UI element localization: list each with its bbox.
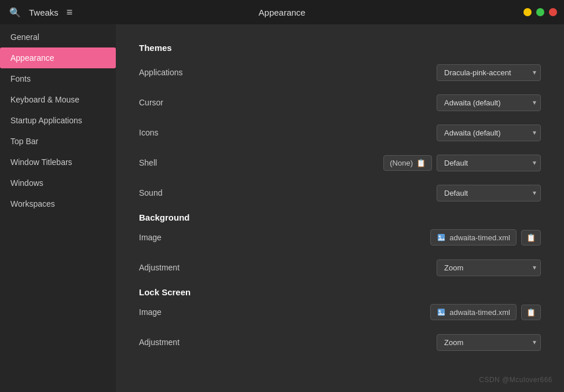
applications-row: Applications Dracula-pink-accent <box>139 62 541 83</box>
ls-adjustment-control: Zoom <box>437 334 541 351</box>
ls-image-copy-button[interactable]: 📋 <box>521 305 541 320</box>
ls-adjustment-row: Adjustment Zoom <box>139 332 541 353</box>
shell-row: Shell (None) 📋 Default <box>139 152 541 173</box>
main-layout: General Appearance Fonts Keyboard & Mous… <box>0 24 564 392</box>
bg-image-row: Image adwaita-timed.xml 📋 <box>139 227 541 248</box>
lock-screen-section-title: Lock Screen <box>139 287 541 297</box>
sidebar-item-keyboard-mouse[interactable]: Keyboard & Mouse <box>0 89 116 110</box>
window-maximize-button[interactable] <box>536 8 544 16</box>
bg-image-filename: adwaita-timed.xml <box>449 233 510 242</box>
applications-control: Dracula-pink-accent <box>437 64 541 81</box>
sound-label: Sound <box>139 188 162 197</box>
bg-image-value: adwaita-timed.xml <box>430 229 517 246</box>
shell-copy-icon[interactable]: 📋 <box>416 159 426 167</box>
sidebar-item-workspaces[interactable]: Workspaces <box>0 193 116 214</box>
sidebar-item-window-titlebars[interactable]: Window Titlebars <box>0 152 116 173</box>
sidebar: General Appearance Fonts Keyboard & Mous… <box>0 24 116 392</box>
cursor-dropdown[interactable]: Adwaita (default) <box>437 94 541 111</box>
bg-adjustment-dropdown-wrapper: Zoom <box>437 259 541 276</box>
svg-point-4 <box>439 310 441 313</box>
titlebar-left: 🔍 Tweaks ≡ <box>7 4 75 21</box>
applications-dropdown-wrapper: Dracula-pink-accent <box>437 64 541 81</box>
shell-none-text: (None) <box>390 159 413 167</box>
icons-dropdown[interactable]: Adwaita (default) <box>437 124 541 141</box>
bg-image-control: adwaita-timed.xml 📋 <box>430 229 541 246</box>
bg-adjustment-row: Adjustment Zoom <box>139 257 541 278</box>
bg-image-label: Image <box>139 233 162 242</box>
background-section-title: Background <box>139 213 541 222</box>
ls-image-control: adwaita-timed.xml 📋 <box>430 304 541 320</box>
watermark: CSDN @Mculover666 <box>479 376 552 384</box>
shell-dropdown[interactable]: Default <box>437 155 541 171</box>
titlebar: 🔍 Tweaks ≡ Appearance <box>0 0 564 24</box>
sidebar-item-windows[interactable]: Windows <box>0 173 116 193</box>
content-area: Themes Applications Dracula-pink-accent … <box>116 24 564 392</box>
cursor-label: Cursor <box>139 98 163 107</box>
cursor-control: Adwaita (default) <box>437 94 541 111</box>
sound-row: Sound Default <box>139 182 541 203</box>
ls-image-filename: adwaita-timed.xml <box>449 308 510 317</box>
shell-none-badge: (None) 📋 <box>383 155 432 171</box>
applications-dropdown[interactable]: Dracula-pink-accent <box>437 64 541 81</box>
bg-adjustment-control: Zoom <box>437 259 541 276</box>
sidebar-item-top-bar[interactable]: Top Bar <box>0 131 116 152</box>
page-title: Appearance <box>259 8 306 17</box>
window-controls <box>523 8 557 16</box>
ls-image-value: adwaita-timed.xml <box>430 304 517 320</box>
themes-section-title: Themes <box>139 43 541 53</box>
sidebar-item-appearance[interactable]: Appearance <box>0 47 116 68</box>
applications-label: Applications <box>139 68 183 77</box>
icons-label: Icons <box>139 128 158 137</box>
sound-control: Default <box>437 185 541 202</box>
app-title: Tweaks <box>29 8 58 17</box>
ls-file-icon <box>437 307 446 317</box>
ls-adjustment-dropdown[interactable]: Zoom <box>437 334 541 351</box>
bg-adjustment-dropdown[interactable]: Zoom <box>437 259 541 276</box>
shell-dropdown-wrapper: Default <box>437 155 541 171</box>
icons-control: Adwaita (default) <box>437 124 541 141</box>
sidebar-item-general[interactable]: General <box>0 27 116 47</box>
ls-adjustment-dropdown-wrapper: Zoom <box>437 334 541 351</box>
bg-file-icon <box>437 233 446 242</box>
window-close-button[interactable] <box>549 8 557 16</box>
bg-image-copy-button[interactable]: 📋 <box>521 230 541 246</box>
shell-label: Shell <box>139 158 157 167</box>
sound-dropdown-wrapper: Default <box>437 185 541 202</box>
ls-adjustment-label: Adjustment <box>139 338 180 347</box>
sidebar-item-startup-applications[interactable]: Startup Applications <box>0 110 116 131</box>
ls-image-row: Image adwaita-timed.xml 📋 <box>139 302 541 323</box>
shell-control: (None) 📋 Default <box>383 155 541 171</box>
bg-adjustment-label: Adjustment <box>139 263 180 272</box>
svg-point-1 <box>439 236 441 238</box>
search-icon[interactable]: 🔍 <box>7 5 23 20</box>
sound-dropdown[interactable]: Default <box>437 185 541 202</box>
cursor-row: Cursor Adwaita (default) <box>139 92 541 113</box>
sidebar-item-fonts[interactable]: Fonts <box>0 68 116 89</box>
window-minimize-button[interactable] <box>523 8 532 16</box>
hamburger-icon[interactable]: ≡ <box>64 4 75 21</box>
cursor-dropdown-wrapper: Adwaita (default) <box>437 94 541 111</box>
ls-image-label: Image <box>139 307 162 317</box>
icons-dropdown-wrapper: Adwaita (default) <box>437 124 541 141</box>
icons-row: Icons Adwaita (default) <box>139 122 541 143</box>
